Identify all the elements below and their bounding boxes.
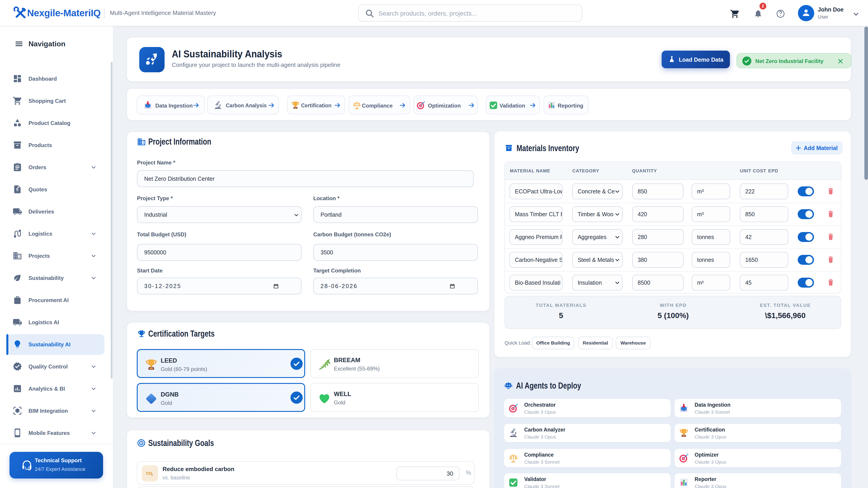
svg-text:2: 2: [151, 473, 153, 477]
svg-text:CO: CO: [146, 471, 152, 475]
